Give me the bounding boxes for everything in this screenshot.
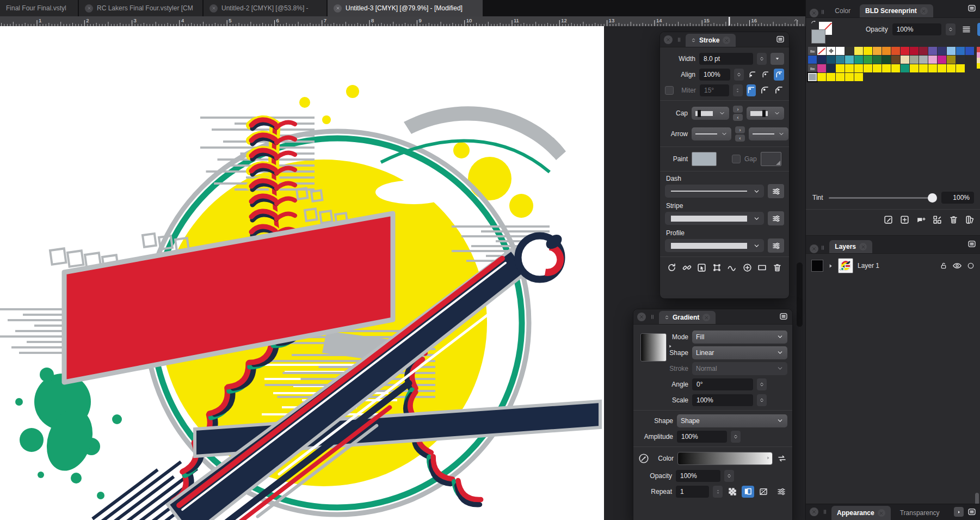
tab-close-icon[interactable] — [209, 4, 218, 13]
swatch[interactable] — [956, 56, 965, 64]
fill-stroke-indicator[interactable] — [810, 20, 839, 45]
tab-color[interactable]: Color — [829, 4, 856, 17]
swap-gradient-icon[interactable] — [776, 454, 787, 463]
rect-icon[interactable] — [757, 262, 767, 273]
swatch[interactable] — [827, 56, 835, 64]
swatch[interactable] — [882, 47, 891, 55]
swatch[interactable] — [873, 64, 882, 72]
swatch[interactable] — [891, 56, 900, 64]
stripe-dropdown[interactable] — [665, 212, 764, 225]
swatch[interactable] — [947, 64, 956, 72]
arrow-end-dropdown[interactable] — [749, 127, 788, 140]
arrow-copy-right-button[interactable]: › — [735, 126, 745, 133]
ruler-collapse-icon[interactable] — [793, 17, 799, 23]
drag-handle-icon[interactable] — [822, 508, 828, 516]
swatch[interactable] — [910, 64, 919, 72]
swatch[interactable] — [882, 56, 891, 64]
profile-dropdown[interactable] — [665, 239, 764, 252]
swap-fill-stroke-icon[interactable] — [810, 20, 817, 27]
swatch[interactable] — [836, 73, 845, 81]
repeat-tile-icon[interactable] — [742, 486, 754, 498]
tab-overflow-icon[interactable] — [954, 507, 964, 517]
repeat-settings-icon[interactable] — [775, 487, 787, 497]
swatch[interactable] — [891, 64, 900, 72]
gradient-color-bar[interactable] — [677, 452, 773, 465]
opacity-stepper[interactable] — [946, 23, 956, 35]
swatch[interactable] — [919, 56, 928, 64]
swatch[interactable] — [845, 73, 854, 81]
layer-thumbnail[interactable] — [838, 258, 853, 273]
gradient-thumbnail[interactable] — [640, 333, 667, 362]
swatch[interactable] — [864, 47, 872, 55]
fill-swatch[interactable] — [811, 29, 825, 44]
cap-copy-left-button[interactable]: ‹ — [733, 114, 743, 121]
swatch[interactable] — [947, 47, 956, 55]
grid-view-icon[interactable] — [977, 23, 980, 36]
panel-menu-icon[interactable] — [779, 311, 788, 321]
visibility-eye-icon[interactable] — [952, 261, 962, 271]
miter-checkbox[interactable] — [665, 86, 674, 95]
layer-row[interactable]: Layer 1 — [806, 254, 980, 273]
tab-close-icon[interactable] — [334, 4, 342, 13]
swatch[interactable] — [938, 56, 946, 64]
arrow-right-icon[interactable] — [766, 454, 771, 462]
dash-settings-icon[interactable] — [768, 184, 784, 198]
tab-stroke[interactable]: Stroke — [686, 34, 736, 47]
swatch[interactable] — [947, 56, 956, 64]
swatch[interactable] — [891, 47, 900, 55]
swatch[interactable] — [817, 64, 826, 72]
close-icon[interactable] — [810, 507, 818, 516]
swatch[interactable] — [901, 56, 909, 64]
layer-name[interactable]: Layer 1 — [858, 262, 879, 270]
close-icon[interactable] — [637, 313, 646, 321]
scale-input[interactable]: 100% — [692, 394, 753, 406]
swatch[interactable] — [873, 47, 882, 55]
swatch[interactable] — [910, 47, 919, 55]
width-dropdown-button[interactable] — [771, 53, 784, 65]
swatch[interactable] — [827, 73, 835, 81]
tab-layers[interactable]: Layers — [829, 240, 872, 253]
stroke-dropdown[interactable]: Normal — [692, 362, 787, 375]
amplitude-input[interactable]: 100% — [677, 431, 727, 443]
panel-menu-icon[interactable] — [967, 3, 977, 13]
close-icon[interactable] — [810, 9, 818, 17]
artboard[interactable] — [0, 26, 604, 520]
opacity-input[interactable]: 100% — [892, 23, 941, 35]
swatch[interactable] — [910, 56, 919, 64]
shape-dropdown[interactable]: Linear — [692, 346, 787, 359]
join-miter-icon[interactable] — [747, 84, 756, 96]
swatch-registration[interactable] — [827, 47, 835, 55]
repeat-input[interactable]: 1 — [676, 486, 709, 498]
miter-stepper[interactable] — [733, 84, 743, 96]
swatch[interactable] — [928, 47, 937, 55]
align-center-icon[interactable] — [761, 70, 770, 79]
arrow-copy-left-button[interactable]: ‹ — [735, 134, 745, 142]
width-stepper[interactable] — [757, 53, 767, 65]
swatch[interactable] — [873, 56, 882, 64]
repeat-none-icon[interactable] — [726, 487, 738, 497]
align-input[interactable]: 100% — [699, 69, 730, 81]
tab-transparency[interactable]: Transparency — [895, 506, 945, 520]
swatch[interactable] — [864, 64, 872, 72]
swatch[interactable] — [854, 47, 863, 55]
swatch[interactable] — [817, 56, 826, 64]
drag-handle-icon[interactable] — [676, 36, 682, 44]
opacity-input[interactable]: 100% — [676, 470, 720, 482]
tint-slider[interactable] — [829, 197, 936, 199]
drag-handle-icon[interactable] — [650, 313, 655, 321]
tab-close-icon[interactable] — [85, 4, 93, 13]
swatch[interactable] — [845, 64, 854, 72]
document-tab-0[interactable]: Final Four Final.vstyl — [0, 0, 78, 16]
repeat-mirror-icon[interactable] — [758, 487, 769, 497]
shape2-dropdown[interactable]: Shape — [677, 414, 787, 427]
trash-icon[interactable] — [948, 215, 959, 225]
swatch[interactable] — [864, 56, 872, 64]
swatch-none[interactable] — [817, 47, 826, 55]
align-stepper[interactable] — [734, 69, 744, 81]
close-tab-icon[interactable] — [723, 36, 730, 44]
wave-icon[interactable] — [727, 262, 737, 273]
swatch[interactable] — [845, 56, 854, 64]
cap-end-dropdown[interactable] — [747, 107, 784, 120]
swatch[interactable] — [901, 47, 909, 55]
tab-gradient[interactable]: Gradient — [659, 311, 716, 324]
